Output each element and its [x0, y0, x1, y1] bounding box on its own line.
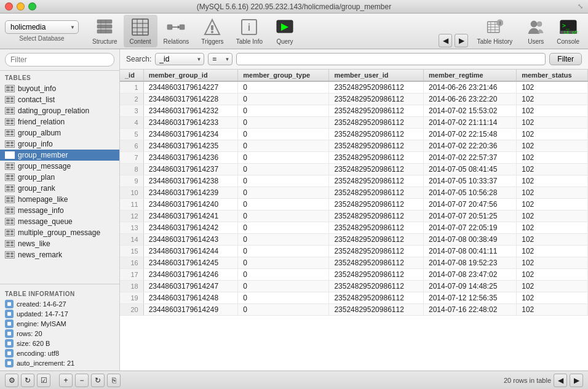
users-button[interactable]: Users — [521, 15, 550, 47]
data-cell[interactable]: 23524829520986112 — [329, 257, 424, 269]
data-cell[interactable]: 23448603179614243 — [143, 234, 238, 246]
data-cell[interactable]: 23448603179614227 — [143, 81, 238, 94]
row-id-cell[interactable]: 17 — [120, 269, 143, 281]
table-row[interactable]: 1423448603179614243023524829520986112201… — [120, 234, 588, 246]
row-id-cell[interactable]: 7 — [120, 152, 143, 164]
data-cell[interactable]: 102 — [517, 234, 588, 246]
data-cell[interactable]: 23448603179614232 — [143, 105, 238, 117]
data-cell[interactable]: 0 — [238, 105, 329, 117]
row-id-cell[interactable]: 18 — [120, 281, 143, 292]
data-cell[interactable]: 23524829520986112 — [329, 292, 424, 304]
sidebar-table-message_info[interactable]: message_info — [0, 205, 119, 216]
data-cell[interactable]: 2014-06-26 23:22:20 — [423, 94, 516, 105]
data-cell[interactable]: 0 — [238, 117, 329, 129]
data-table-container[interactable]: _idmember_group_idmember_group_typemembe… — [120, 70, 588, 371]
query-button[interactable]: Query — [269, 15, 301, 47]
data-cell[interactable]: 0 — [238, 81, 329, 94]
data-cell[interactable]: 23524829520986112 — [329, 222, 424, 234]
structure-button[interactable]: Structure — [86, 15, 124, 47]
operator-select[interactable]: = — [208, 53, 232, 65]
sidebar-table-group_rank[interactable]: group_rank — [0, 183, 119, 194]
data-cell[interactable]: 0 — [238, 164, 329, 175]
sidebar-table-buyout_info[interactable]: buyout_info — [0, 83, 119, 94]
relations-button[interactable]: Relations — [157, 15, 196, 47]
data-cell[interactable]: 0 — [238, 129, 329, 140]
sidebar-table-contact_list[interactable]: contact_list — [0, 94, 119, 105]
table-row[interactable]: 9234486031796142380235248295209861122014… — [120, 175, 588, 187]
add-row-button[interactable]: + — [59, 374, 73, 387]
row-id-cell[interactable]: 6 — [120, 140, 143, 152]
col-header-member_group_type[interactable]: member_group_type — [238, 70, 329, 81]
data-cell[interactable]: 0 — [238, 211, 329, 222]
data-cell[interactable]: 102 — [517, 281, 588, 292]
data-cell[interactable]: 2014-07-07 22:05:19 — [423, 222, 516, 234]
data-cell[interactable]: 23448603179614242 — [143, 222, 238, 234]
data-cell[interactable]: 2014-07-12 12:56:35 — [423, 292, 516, 304]
data-cell[interactable]: 23448603179614235 — [143, 140, 238, 152]
row-id-cell[interactable]: 20 — [120, 304, 143, 316]
data-cell[interactable]: 0 — [238, 234, 329, 246]
data-cell[interactable]: 0 — [238, 281, 329, 292]
data-cell[interactable]: 23524829520986112 — [329, 164, 424, 175]
table-row[interactable]: 2023448603179614249023524829520986112201… — [120, 304, 588, 316]
row-id-cell[interactable]: 16 — [120, 257, 143, 269]
refresh-button[interactable]: ↻ — [21, 374, 34, 387]
data-cell[interactable]: 23448603179614241 — [143, 211, 238, 222]
data-cell[interactable]: 102 — [517, 222, 588, 234]
content-button[interactable]: Content — [124, 15, 157, 47]
data-cell[interactable]: 23448603179614233 — [143, 117, 238, 129]
table-row[interactable]: 1523448603179614244023524829520986112201… — [120, 246, 588, 257]
row-id-cell[interactable]: 14 — [120, 234, 143, 246]
data-cell[interactable]: 2014-07-07 20:51:25 — [423, 211, 516, 222]
data-cell[interactable]: 0 — [238, 269, 329, 281]
table-row[interactable]: 8234486031796142370235248295209861122014… — [120, 164, 588, 175]
data-cell[interactable]: 23524829520986112 — [329, 129, 424, 140]
data-cell[interactable]: 102 — [517, 117, 588, 129]
filter-input[interactable] — [5, 53, 114, 66]
data-cell[interactable]: 23524829520986112 — [329, 117, 424, 129]
col-header-member_user_id[interactable]: member_user_id — [329, 70, 424, 81]
data-cell[interactable]: 102 — [517, 175, 588, 187]
sidebar-table-homepage_like[interactable]: homepage_like — [0, 194, 119, 205]
data-cell[interactable]: 23524829520986112 — [329, 152, 424, 164]
data-cell[interactable]: 0 — [238, 222, 329, 234]
data-cell[interactable]: 23448603179614234 — [143, 129, 238, 140]
table-row[interactable]: 6234486031796142350235248295209861122014… — [120, 140, 588, 152]
table-info-button[interactable]: i Table Info — [230, 15, 269, 47]
row-id-cell[interactable]: 1 — [120, 81, 143, 94]
settings-button[interactable]: ⚙ — [5, 374, 18, 387]
data-cell[interactable]: 0 — [238, 246, 329, 257]
table-row[interactable]: 1234486031796142270235248295209861122014… — [120, 81, 588, 94]
table-row[interactable]: 4234486031796142330235248295209861122014… — [120, 117, 588, 129]
data-cell[interactable]: 23524829520986112 — [329, 199, 424, 211]
table-row[interactable]: 1923448603179614248023524829520986112201… — [120, 292, 588, 304]
row-id-cell[interactable]: 15 — [120, 246, 143, 257]
data-cell[interactable]: 102 — [517, 94, 588, 105]
maximize-button[interactable] — [28, 2, 36, 10]
data-cell[interactable]: 102 — [517, 187, 588, 199]
next-button[interactable]: ▶ — [455, 34, 468, 47]
data-cell[interactable]: 2014-07-02 15:53:02 — [423, 105, 516, 117]
data-cell[interactable]: 2014-07-08 00:41:11 — [423, 246, 516, 257]
table-row[interactable]: 7234486031796142360235248295209861122014… — [120, 152, 588, 164]
row-id-cell[interactable]: 5 — [120, 129, 143, 140]
data-cell[interactable]: 102 — [517, 129, 588, 140]
row-id-cell[interactable]: 11 — [120, 199, 143, 211]
data-cell[interactable]: 2014-07-05 10:56:28 — [423, 187, 516, 199]
data-cell[interactable]: 2014-07-08 19:52:23 — [423, 257, 516, 269]
filter-button[interactable]: Filter — [549, 53, 582, 65]
sidebar-table-message_queue[interactable]: message_queue — [0, 216, 119, 227]
data-cell[interactable]: 23448603179614245 — [143, 257, 238, 269]
data-cell[interactable]: 23448603179614244 — [143, 246, 238, 257]
sidebar-table-news_remark[interactable]: news_remark — [0, 249, 119, 260]
data-cell[interactable]: 23448603179614238 — [143, 175, 238, 187]
data-cell[interactable]: 102 — [517, 152, 588, 164]
data-cell[interactable]: 102 — [517, 304, 588, 316]
close-button[interactable] — [5, 2, 13, 10]
data-cell[interactable]: 102 — [517, 199, 588, 211]
data-cell[interactable]: 2014-07-05 08:41:45 — [423, 164, 516, 175]
table-row[interactable]: 1323448603179614242023524829520986112201… — [120, 222, 588, 234]
data-cell[interactable]: 23448603179614247 — [143, 281, 238, 292]
row-id-cell[interactable]: 4 — [120, 117, 143, 129]
data-cell[interactable]: 2014-06-26 23:21:46 — [423, 81, 516, 94]
